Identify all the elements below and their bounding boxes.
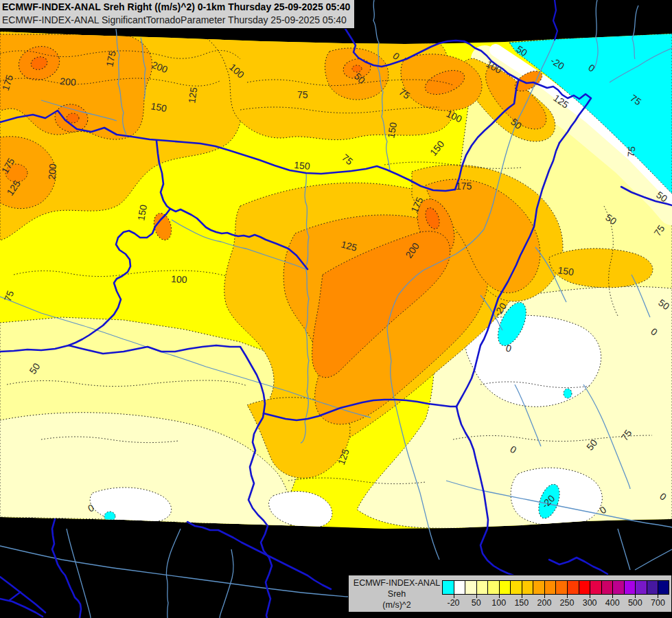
country-border xyxy=(10,592,21,600)
country-border xyxy=(0,599,43,617)
river xyxy=(618,529,630,570)
legend-swatch xyxy=(442,580,454,595)
contour-label: 150 xyxy=(294,159,311,172)
legend-colorbar xyxy=(442,580,669,595)
legend-parameter-name: Sreh xyxy=(353,588,441,599)
title-line-2: ECMWF-INDEX-ANAL SignificantTornadoParam… xyxy=(2,14,350,27)
legend-tick-label: 250 xyxy=(560,598,575,608)
river xyxy=(67,529,91,618)
legend-swatch xyxy=(476,580,488,595)
legend-tick-label: 300 xyxy=(583,598,597,608)
contour-label: 75 xyxy=(625,146,637,157)
country-border xyxy=(187,522,331,589)
country-border xyxy=(549,558,607,574)
legend-tick-label: 400 xyxy=(605,598,620,608)
legend-tick-label: 50 xyxy=(472,598,481,608)
legend-swatch xyxy=(590,580,601,595)
contour-label: 100 xyxy=(171,273,187,285)
legend-units: (m/s)^2 xyxy=(353,599,441,610)
legend-swatch xyxy=(454,580,465,595)
river xyxy=(0,546,348,597)
legend-panel: ECMWF-INDEX-ANAL Sreh (m/s)^2 -205010015… xyxy=(348,575,672,613)
contour-blob xyxy=(104,512,115,521)
contour-label: 125 xyxy=(186,87,199,104)
legend-swatch xyxy=(624,580,636,595)
contour-label: 150 xyxy=(557,264,575,277)
legend-model-name: ECMWF-INDEX-ANAL xyxy=(353,577,441,588)
title-line-1: ECMWF-INDEX-ANAL Sreh Right ((m/s)^2) 0-… xyxy=(2,1,350,14)
contour-label: 75 xyxy=(297,89,308,100)
map-canvas: 1752001752001001501251751252001500507575… xyxy=(0,0,672,618)
country-border xyxy=(52,519,81,618)
legend-swatch xyxy=(658,580,669,595)
legend-swatch xyxy=(612,580,624,595)
contour-label: 200 xyxy=(46,163,58,180)
country-border xyxy=(553,0,557,40)
legend-title-block: ECMWF-INDEX-ANAL Sreh (m/s)^2 xyxy=(353,577,441,610)
legend-swatch xyxy=(555,580,567,595)
weather-map-stage: 1752001752001001501251751252001500507575… xyxy=(0,0,672,618)
legend-swatch xyxy=(635,580,647,595)
contour-blob xyxy=(67,113,79,123)
legend-swatch xyxy=(579,580,590,595)
contour-label: 175 xyxy=(456,181,472,192)
legend-tick-label: 500 xyxy=(628,598,642,608)
legend-swatch xyxy=(544,580,556,595)
legend-tick-label: 700 xyxy=(651,598,665,608)
contour-blob xyxy=(564,389,572,398)
legend-tick-label: -20 xyxy=(448,598,460,608)
legend-tick-label: 150 xyxy=(514,598,529,608)
legend-swatch xyxy=(499,580,511,595)
legend-swatch xyxy=(601,580,613,595)
contour-label: 200 xyxy=(60,76,77,88)
legend-swatch xyxy=(647,580,658,595)
legend-swatch xyxy=(465,580,476,595)
legend-tick-label: 100 xyxy=(491,598,506,608)
legend-swatch xyxy=(567,580,579,595)
river xyxy=(635,549,672,570)
legend-swatch xyxy=(522,580,533,595)
title-bar: ECMWF-INDEX-ANAL Sreh Right ((m/s)^2) 0-… xyxy=(0,0,355,29)
river xyxy=(166,529,181,618)
legend-swatch xyxy=(533,580,544,595)
legend-swatch xyxy=(487,580,499,595)
legend-tick-label: 200 xyxy=(537,598,552,608)
country-border xyxy=(0,577,45,613)
legend-swatch xyxy=(510,580,522,595)
